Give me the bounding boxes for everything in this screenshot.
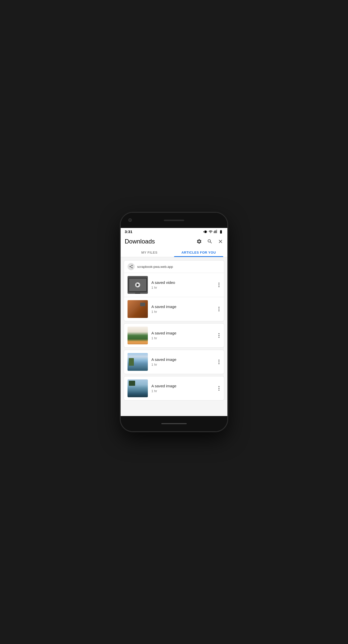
- dot: [218, 390, 219, 391]
- list-item[interactable]: A saved image 1 hr: [124, 323, 224, 348]
- front-camera: [128, 218, 132, 222]
- image-thumbnail-1: [128, 300, 148, 318]
- settings-button[interactable]: [196, 239, 202, 244]
- more-menu-button[interactable]: [217, 282, 220, 288]
- item-meta: 1 hr: [151, 310, 214, 314]
- play-triangle: [137, 283, 139, 286]
- dot: [218, 284, 219, 285]
- list-item[interactable]: A saved image 1 hr: [124, 297, 224, 321]
- item-info: A saved video 1 hr: [151, 280, 214, 289]
- image-thumbnail-2: [128, 327, 148, 344]
- video-screen: [128, 278, 147, 292]
- header-row: Downloads: [125, 238, 223, 245]
- item-meta: 1 hr: [151, 363, 214, 366]
- tab-my-files[interactable]: MY FILES: [125, 248, 174, 257]
- img-thumb-display-4: [128, 379, 148, 397]
- video-thumb-display: [128, 276, 148, 294]
- list-item[interactable]: A saved image 1 hr: [124, 376, 224, 401]
- search-button[interactable]: [207, 239, 213, 244]
- dot: [218, 309, 219, 310]
- play-button-icon: [135, 282, 140, 287]
- screen: 3:31: [121, 228, 227, 416]
- item-meta: 1 hr: [151, 389, 214, 393]
- dot: [218, 337, 219, 338]
- dot: [218, 360, 219, 361]
- img-thumb-display-1: [128, 300, 148, 318]
- dot: [218, 363, 219, 364]
- dot: [218, 333, 219, 334]
- content[interactable]: scrapbook-pwa.web.app: [121, 257, 227, 416]
- tabs: MY FILES ARTICLES FOR YOU: [125, 248, 223, 257]
- tab-articles-for-you[interactable]: ARTICLES FOR YOU: [174, 248, 223, 257]
- source-header: scrapbook-pwa.web.app: [124, 260, 224, 273]
- close-button[interactable]: [218, 239, 223, 244]
- status-bar: 3:31: [121, 228, 227, 235]
- item-title: A saved video: [151, 280, 214, 285]
- image-thumbnail-3: [128, 353, 148, 371]
- bottom-bar: [121, 416, 227, 431]
- signal-icon: [214, 230, 218, 234]
- dot: [218, 310, 219, 311]
- more-menu-button[interactable]: [217, 359, 220, 365]
- dot: [218, 335, 219, 336]
- list-item[interactable]: A saved video 1 hr: [124, 273, 224, 297]
- item-info: A saved image 1 hr: [151, 384, 214, 393]
- dot: [218, 388, 219, 389]
- dot: [218, 386, 219, 387]
- wifi-icon: [209, 230, 213, 234]
- item-info: A saved image 1 hr: [151, 331, 214, 340]
- item-title: A saved image: [151, 357, 214, 362]
- earpiece-speaker: [164, 220, 184, 221]
- close-icon: [218, 239, 223, 244]
- item-meta: 1 hr: [151, 336, 214, 340]
- battery-icon: [219, 230, 223, 234]
- vibrate-icon: [203, 230, 208, 234]
- more-menu-button[interactable]: [217, 332, 220, 339]
- more-menu-button[interactable]: [217, 306, 220, 312]
- share-icon: [129, 265, 133, 269]
- source-card: scrapbook-pwa.web.app: [124, 260, 224, 321]
- app-header: Downloads: [121, 235, 227, 257]
- dot: [218, 286, 219, 287]
- item-title: A saved image: [151, 384, 214, 388]
- item-info: A saved image 1 hr: [151, 357, 214, 366]
- phone-shell: 3:31: [121, 213, 227, 431]
- img-thumb-display-3: [128, 353, 148, 371]
- item-meta: 1 hr: [151, 286, 214, 289]
- more-menu-button[interactable]: [217, 385, 220, 392]
- top-bar-physical: [121, 213, 227, 228]
- item-title: A saved image: [151, 304, 214, 309]
- dot: [218, 283, 219, 284]
- video-stand: [135, 293, 140, 294]
- dot: [218, 361, 219, 362]
- item-title: A saved image: [151, 331, 214, 335]
- list-item[interactable]: A saved image 1 hr: [124, 350, 224, 374]
- source-icon: [128, 263, 135, 270]
- dot: [218, 307, 219, 308]
- image-thumbnail-4: [128, 379, 148, 397]
- app-title: Downloads: [125, 238, 155, 245]
- home-indicator: [161, 423, 187, 424]
- search-icon: [207, 239, 213, 244]
- video-thumbnail: [128, 276, 148, 294]
- item-info: A saved image 1 hr: [151, 304, 214, 314]
- source-name: scrapbook-pwa.web.app: [137, 265, 173, 269]
- status-time: 3:31: [125, 229, 132, 234]
- gear-icon: [196, 239, 202, 244]
- img-thumb-display-2: [128, 327, 148, 344]
- header-icons: [196, 239, 223, 244]
- status-icons: [203, 230, 223, 234]
